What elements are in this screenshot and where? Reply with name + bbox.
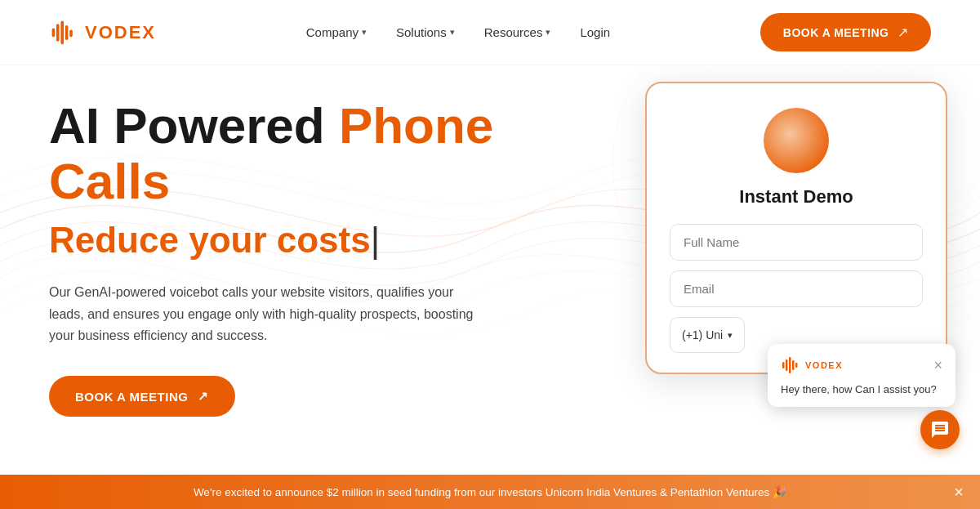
chat-bubble-button[interactable] xyxy=(920,410,960,449)
vodex-logo-icon xyxy=(49,18,78,47)
full-name-input[interactable] xyxy=(670,224,923,261)
logo-text: VODEX xyxy=(85,22,156,43)
demo-card-container: Instant Demo (+1) Uni ▾ xyxy=(645,82,947,374)
phone-country-select[interactable]: (+1) Uni ▾ xyxy=(670,317,745,353)
email-input[interactable] xyxy=(670,270,923,307)
header-book-meeting-button[interactable]: BOOK A MEETING ↗ xyxy=(760,13,931,51)
chat-message: Hey there, how Can I assist you? xyxy=(781,383,942,395)
phone-chevron-icon: ▾ xyxy=(728,330,733,341)
chat-logo-text: VODEX xyxy=(805,360,843,370)
nav-company[interactable]: Company ▾ xyxy=(306,25,367,39)
phone-code: (+1) Uni xyxy=(682,328,723,342)
svg-rect-3 xyxy=(65,25,69,40)
banner-text: We're excited to announce $2 million in … xyxy=(0,485,980,498)
nav-resources[interactable]: Resources ▾ xyxy=(484,25,551,39)
resources-chevron-icon: ▾ xyxy=(546,27,550,38)
chat-logo: VODEX xyxy=(781,355,843,375)
svg-rect-11 xyxy=(792,360,795,370)
hero-cta-arrow-icon: ↗ xyxy=(198,389,209,404)
logo[interactable]: VODEX xyxy=(49,18,156,47)
svg-rect-12 xyxy=(795,363,798,368)
svg-rect-10 xyxy=(789,357,791,373)
chat-close-button[interactable]: × xyxy=(933,358,942,373)
svg-rect-8 xyxy=(782,362,785,368)
hero-title: AI Powered Phone Calls xyxy=(49,98,506,209)
svg-rect-1 xyxy=(56,24,60,42)
hero-left-content: AI Powered Phone Calls Reduce your costs… xyxy=(0,65,555,475)
hero-book-meeting-button[interactable]: BOOK A MEETING ↗ xyxy=(49,376,235,417)
svg-rect-9 xyxy=(786,359,788,371)
nav-login[interactable]: Login xyxy=(580,25,610,39)
chat-widget-header: VODEX × xyxy=(781,355,942,375)
svg-rect-0 xyxy=(52,28,56,37)
demo-card-title: Instant Demo xyxy=(670,186,923,208)
banner-close-button[interactable]: × xyxy=(954,484,964,500)
header: VODEX Company ▾ Solutions ▾ Resources ▾ … xyxy=(0,0,980,65)
main-nav: Company ▾ Solutions ▾ Resources ▾ Login xyxy=(306,25,610,39)
demo-card: Instant Demo (+1) Uni ▾ xyxy=(645,82,947,374)
chat-widget: VODEX × Hey there, how Can I assist you? xyxy=(768,344,956,407)
chat-bubble-icon xyxy=(930,420,950,440)
announcement-banner: We're excited to announce $2 million in … xyxy=(0,475,980,509)
chat-vodex-logo-icon xyxy=(781,355,800,375)
hero-subtitle: Reduce your costs| xyxy=(49,219,506,262)
hero-description: Our GenAI-powered voicebot calls your we… xyxy=(49,282,490,346)
svg-rect-2 xyxy=(60,20,64,44)
hero-section: AI Powered Phone Calls Reduce your costs… xyxy=(0,65,980,475)
demo-avatar xyxy=(764,108,829,173)
company-chevron-icon: ▾ xyxy=(362,27,367,38)
svg-rect-4 xyxy=(69,29,73,37)
nav-solutions[interactable]: Solutions ▾ xyxy=(396,25,455,39)
solutions-chevron-icon: ▾ xyxy=(450,27,455,38)
book-arrow-icon: ↗ xyxy=(898,25,909,40)
cursor: | xyxy=(371,220,380,260)
